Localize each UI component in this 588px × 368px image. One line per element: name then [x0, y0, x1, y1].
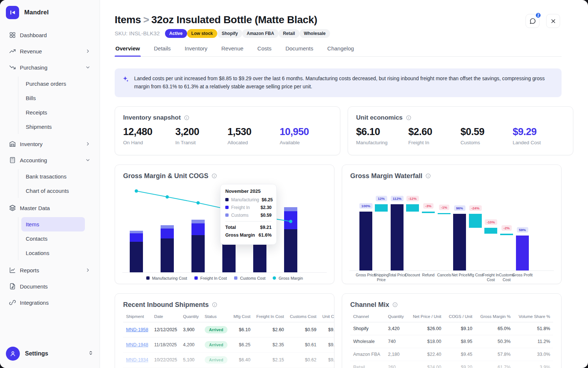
info-icon[interactable] [406, 115, 412, 121]
notifications-button[interactable]: 2 [526, 14, 539, 28]
waterfall-bar-gross-price[interactable] [359, 212, 372, 270]
waterfall-category-label: Gross Profit [512, 273, 534, 278]
sidebar-item-revenue[interactable]: Revenue [6, 44, 94, 58]
chart-tooltip: November 2025 Manufacturing$6.25 Freight… [220, 184, 277, 245]
sparkles-icon [122, 75, 129, 91]
sidebar-item-purchase-orders[interactable]: Purchase orders [21, 77, 85, 91]
waterfall-value-label: 12% [376, 196, 387, 201]
close-icon [550, 18, 557, 25]
sidebar-item-master-data[interactable]: Master Data [6, 201, 94, 215]
tab-inventory[interactable]: Inventory [184, 45, 208, 56]
sidebar-item-items[interactable]: Items [21, 217, 85, 231]
info-icon[interactable] [211, 173, 217, 179]
sidebar-item-bank-trasactions[interactable]: Bank trasactions [21, 169, 85, 184]
shipment-link[interactable]: MND-1948 [126, 342, 148, 347]
grid-icon [9, 31, 16, 39]
sidebar-item-bills[interactable]: Bills [21, 91, 85, 105]
user-icon [9, 350, 17, 357]
breadcrumb-items[interactable]: Items [115, 14, 141, 25]
chevron-down-icon [85, 64, 91, 70]
tab-overview[interactable]: Overview [115, 45, 141, 56]
avatar [6, 347, 20, 361]
waterfall-bar-customs-cost[interactable] [500, 234, 513, 235]
sub-list-master-data: ItemsContactsLocations [18, 217, 85, 260]
sidebar-item-locations[interactable]: Locations [21, 246, 85, 260]
waterfall-value-label: -1% [439, 205, 449, 210]
waterfall-bar-gross-profit[interactable] [516, 236, 529, 270]
ai-insight-banner: Landed costs per unit increased from $8.… [115, 68, 562, 97]
waterfall-bar-cancels[interactable] [438, 213, 451, 214]
banner-text: Landed costs per unit increased from $8.… [134, 75, 554, 91]
stats-row: Inventory snapshot 12,480On Hand3,200In … [115, 106, 562, 155]
sidebar-item-integrations[interactable]: Integrations [6, 296, 94, 309]
gross-margin-waterfall-card: Gross Margin Waterfall 100%Gross Price12… [342, 164, 562, 284]
table-row: Retail260$24.00$9.2061.7%3.9% [350, 361, 553, 368]
waterfall-plot[interactable]: 100%Gross Price12%Shipping Price112%Tota… [349, 180, 554, 281]
sidebar-item-dashboard[interactable]: Dashboard [6, 28, 94, 42]
tab-costs[interactable]: Costs [257, 45, 272, 56]
chart-title: Gross Margin Waterfall [350, 172, 422, 180]
sidebar-item-receipts[interactable]: Receipts [21, 105, 85, 120]
legend-item-customs-cost: Customs Cost [234, 276, 265, 280]
column-header-quantity: Quantity [385, 311, 408, 322]
waterfall-bar-refund[interactable] [422, 212, 435, 213]
waterfall-value-label: -10% [484, 219, 497, 225]
waterfall-value-label: 59% [517, 227, 528, 233]
gross-margin-cogs-chart-card: Gross Margin & Unit COGS November 2025 M… [115, 164, 334, 284]
sidebar-nav: DashboardRevenuePurchasingPurchase order… [0, 23, 100, 309]
sidebar-item-purchasing[interactable]: Purchasing [6, 60, 94, 74]
sidebar-item-documents[interactable]: Documents [6, 279, 94, 293]
column-header-customs-cost: Customs Cost [287, 311, 319, 322]
tab-changelog[interactable]: Changelog [327, 45, 355, 56]
sidebar-item-label: Documents [20, 283, 48, 290]
stat-landed-cost: $9.29Landed Cost [513, 126, 565, 145]
shipment-link[interactable]: MND-1958 [126, 327, 148, 332]
tab-documents[interactable]: Documents [285, 45, 314, 56]
badge-list: ActiveLow stockShopifyAmazon FBARetailWh… [165, 30, 330, 36]
brand-logo[interactable] [6, 6, 19, 19]
sidebar-item-inventory[interactable]: Inventory [6, 137, 94, 151]
tab-details[interactable]: Details [153, 45, 172, 56]
sidebar-item-contacts[interactable]: Contacts [21, 231, 85, 246]
unit-economics-card: Unit economics $6.10Manufacturing$2.60Fr… [348, 106, 573, 155]
waterfall-bar-total-price[interactable] [391, 204, 404, 270]
waterfall-value-label: -2% [501, 225, 512, 231]
info-icon[interactable] [425, 173, 431, 179]
cogs-bar-dec-2025[interactable] [284, 207, 297, 272]
sidebar-item-shipments[interactable]: Shipments [21, 120, 85, 134]
tab-revenue[interactable]: Revenue [220, 45, 244, 56]
chevron-down-icon [85, 157, 91, 163]
sidebar-item-label: Accounting [20, 157, 47, 163]
column-header-gross-margin-: Gross Margin % [475, 311, 513, 322]
app-window: Mandrel DashboardRevenuePurchasingPurcha… [0, 0, 588, 368]
waterfall-bar-shipping-price[interactable] [375, 204, 388, 211]
chevron-right-icon [85, 267, 91, 273]
sidebar-item-chart-of-accounts[interactable]: Chart of accounts [21, 184, 85, 198]
close-button[interactable] [546, 14, 560, 28]
waterfall-bar-net-price[interactable] [453, 214, 466, 270]
table-row: Amazon FBA2,180$22.40$9.4557.8%33.0% [350, 348, 553, 361]
column-header-volume-share-: Volume Share % [513, 311, 553, 322]
chevron-right-icon [85, 48, 91, 54]
table-row: MND-194811/18/20254,200Arrived$6.25$2.35… [123, 337, 334, 352]
shipment-link[interactable]: MND-1934 [126, 357, 148, 362]
trend-up-icon [9, 47, 16, 55]
badge-shopify: Shopify [217, 29, 242, 38]
trend-down-icon [9, 64, 16, 71]
info-icon[interactable] [184, 115, 190, 121]
sidebar-settings[interactable]: Settings [6, 347, 94, 361]
table-row: Shopify3,420$26.00$9.1065.0%51.8% [350, 322, 553, 335]
sidebar-item-label: Inventory [20, 141, 43, 147]
sidebar-item-accounting[interactable]: Accounting [6, 153, 94, 167]
info-icon[interactable] [392, 302, 398, 308]
waterfall-bar-mfg-cost[interactable] [469, 214, 482, 228]
sidebar-item-reports[interactable]: Reports [6, 263, 94, 277]
waterfall-bar-freight-in-cost[interactable] [484, 228, 497, 234]
info-icon[interactable] [212, 302, 218, 308]
content: Landed costs per unit increased from $8.… [115, 57, 562, 368]
column-header-freight-in-cost: Freight In Cost [253, 311, 287, 322]
cogs-bar-jul-2025[interactable] [130, 231, 143, 272]
waterfall-bar-discount[interactable] [406, 204, 419, 211]
layers-icon [9, 204, 16, 212]
waterfall-value-label: -12% [406, 196, 419, 201]
